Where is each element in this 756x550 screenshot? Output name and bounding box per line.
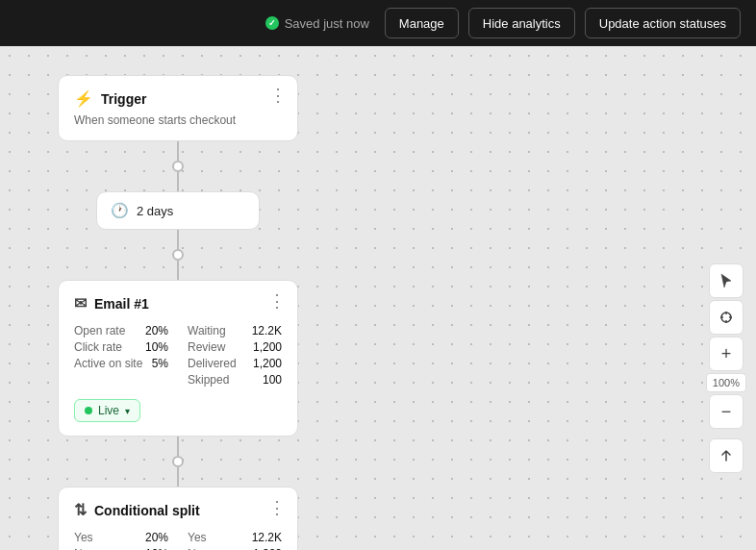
trigger-icon: ⚡ [74,89,93,108]
update-action-statuses-button[interactable]: Update action statuses [585,8,741,38]
right-toolbar: + 100% − [706,263,746,473]
delay-menu-icon[interactable]: ⋮ [269,87,287,104]
zoom-level: 100% [706,373,746,392]
saved-indicator: Saved just now [265,16,369,31]
minus-icon: − [721,403,732,420]
fit-to-view-button[interactable] [709,438,743,473]
skipped-label: Skipped [188,373,229,387]
split-yes-label: Yes [74,531,93,544]
connector-dot-1 [172,161,184,172]
active-on-site-row: Active on site 5% [74,357,168,370]
email-menu-icon[interactable]: ⋮ [268,292,286,310]
delivered-value: 1,200 [253,357,282,370]
split-menu-icon[interactable]: ⋮ [268,499,286,516]
email-title: Email #1 [94,296,149,312]
split-title: Conditional split [94,503,200,518]
pan-tool-button[interactable] [709,300,743,335]
waiting-row: Waiting 12.2K [188,324,282,338]
line-seg-6 [177,467,179,487]
manage-button[interactable]: Manage [385,8,459,38]
connector-3 [172,437,184,487]
review-value: 1,200 [253,340,282,354]
saved-checkmark-icon [265,16,279,30]
email-stats: Open rate 20% Click rate 10% Active on s… [74,324,282,389]
waiting-value: 12.2K [252,324,282,338]
open-rate-label: Open rate [74,324,125,338]
split-stats: Yes 20% No 10% Waiting 5% Yes 12 [74,531,282,550]
delay-label: 2 days [137,204,173,218]
open-rate-value: 20% [145,324,168,338]
clock-icon: 🕐 [111,202,129,219]
automation-flow: ⚡ Trigger When someone starts checkout 🕐… [58,75,298,550]
split-card-header: ⇅ Conditional split [74,501,282,519]
move-icon [718,310,734,325]
zoom-in-button[interactable]: + [709,337,743,371]
saved-text: Saved just now [285,16,369,31]
open-rate-row: Open rate 20% [74,324,168,338]
arrow-up-icon [718,448,734,463]
trigger-card: ⚡ Trigger When someone starts checkout [58,75,298,141]
waiting-label: Waiting [188,324,226,338]
delay-card: 🕐 2 days ⋮ [96,191,260,230]
split-stats-right: Yes 12.2K No 1,200 Waiting 1,200 [188,531,282,550]
connector-2 [172,230,184,280]
email-icon: ✉ [74,294,87,312]
flow-canvas: ⚡ Trigger When someone starts checkout 🕐… [0,46,756,550]
zoom-out-button[interactable]: − [709,394,743,429]
connector-dot-2 [172,249,184,261]
line-seg-2 [177,172,179,191]
connector-dot-3 [172,456,184,467]
email-card: ✉ Email #1 ⋮ Open rate 20% Click rate 10… [58,280,298,437]
live-status-dropdown[interactable]: Live ▾ [74,399,140,422]
delay-card-left: 🕐 2 days [111,202,173,219]
email-card-header: ✉ Email #1 [74,294,282,312]
chevron-down-icon: ▾ [125,406,130,416]
split-yes-value: 20% [145,531,168,544]
split-yes-row: Yes 20% [74,531,168,544]
conditional-split-card: ⇅ Conditional split ⋮ Yes 20% No 10% Wai… [58,487,298,550]
split-yes-count-label: Yes [188,531,207,544]
split-yes-count-value: 12.2K [252,531,282,544]
line-seg-5 [177,437,179,456]
trigger-title: Trigger [101,91,146,107]
topbar: Saved just now Manage Hide analytics Upd… [0,0,756,46]
click-rate-row: Click rate 10% [74,340,168,354]
split-icon: ⇅ [74,501,87,519]
plus-icon: + [721,345,732,362]
active-on-site-value: 5% [152,357,168,370]
active-on-site-label: Active on site [74,357,142,370]
line-seg-3 [177,230,179,249]
email-stats-left: Open rate 20% Click rate 10% Active on s… [74,324,168,389]
split-yes-count-row: Yes 12.2K [188,531,282,544]
review-row: Review 1,200 [188,340,282,354]
click-rate-value: 10% [145,340,168,354]
live-dot-icon [85,407,92,414]
cursor-icon [718,273,734,288]
email-stats-right: Waiting 12.2K Review 1,200 Delivered 1,2… [188,324,282,389]
click-rate-label: Click rate [74,340,122,354]
connector-1 [172,141,184,191]
trigger-card-header: ⚡ Trigger [74,89,282,108]
trigger-subtitle: When someone starts checkout [74,113,282,127]
live-label: Live [98,404,119,417]
skipped-value: 100 [263,373,282,387]
cursor-tool-button[interactable] [709,263,743,298]
hide-analytics-button[interactable]: Hide analytics [468,8,575,38]
delivered-row: Delivered 1,200 [188,357,282,370]
review-label: Review [188,340,225,354]
split-stats-left: Yes 20% No 10% Waiting 5% [74,531,168,550]
skipped-row: Skipped 100 [188,373,282,387]
line-seg-1 [177,141,179,161]
delivered-label: Delivered [188,357,237,370]
line-seg-4 [177,261,179,280]
